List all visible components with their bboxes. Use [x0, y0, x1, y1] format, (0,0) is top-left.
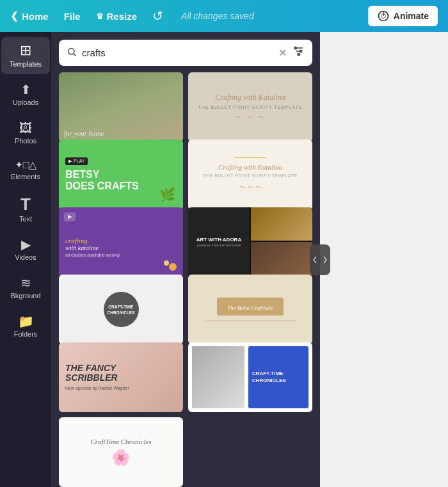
sidebar-templates-label: Templates	[10, 60, 42, 68]
animate-label: Animate	[394, 11, 429, 21]
bkground-icon: ≋	[20, 276, 31, 289]
search-filter-button[interactable]	[292, 45, 305, 61]
uploads-icon: ⬆	[20, 83, 31, 96]
svg-point-7	[294, 47, 296, 49]
folders-icon: 📁	[18, 315, 34, 328]
text-icon: T	[20, 196, 31, 212]
templates-icon: ⊞	[20, 44, 31, 58]
sidebar-item-elements[interactable]: ✦□△ Elements	[1, 154, 50, 187]
sidebar-item-folders[interactable]: 📁 Folders	[1, 308, 50, 344]
sidebar-photos-label: Photos	[15, 137, 36, 145]
svg-point-2	[68, 48, 74, 54]
svg-point-8	[300, 50, 302, 52]
sidebar-bkground-label: Bkground	[10, 292, 40, 299]
template-card-3[interactable]: ▶PLAY BETSYDOES CRAFTS 🌿	[59, 140, 183, 209]
sidebar-text-label: Text	[19, 215, 32, 223]
sidebar-uploads-label: Uploads	[13, 99, 38, 106]
search-icon	[67, 47, 77, 60]
videos-icon: ▶	[21, 238, 31, 251]
topbar: ❮ Home File ♛ Resize ↺ All changes saved…	[0, 0, 448, 32]
undo-button[interactable]: ↺	[152, 8, 163, 24]
topbar-right: Animate	[368, 6, 438, 26]
panel-expand-handle[interactable]	[320, 244, 330, 275]
sidebar-item-uploads[interactable]: ⬆ Uploads	[1, 77, 50, 113]
canvas-area	[320, 32, 448, 487]
template-card-9[interactable]: THE FANCYSCRIBBLER New episode by Rachel…	[59, 342, 183, 412]
resize-nav[interactable]: ♛ Resize	[96, 11, 138, 22]
elements-icon: ✦□△	[15, 160, 37, 170]
main-layout: ⊞ Templates ⬆ Uploads 🖼 Photos ✦□△ Eleme…	[0, 32, 448, 487]
sidebar: ⊞ Templates ⬆ Uploads 🖼 Photos ✦□△ Eleme…	[0, 32, 51, 487]
template-card-11[interactable]: CraftTime Chronicles 🌸	[59, 417, 183, 487]
panel-collapse-handle[interactable]	[310, 244, 320, 275]
template-card-6[interactable]: Art With Adora youtube channel template	[188, 207, 312, 277]
home-label: Home	[22, 11, 49, 22]
svg-line-3	[74, 54, 76, 56]
chevron-left-icon: ❮	[10, 10, 19, 22]
template-card-7[interactable]: CRAFT-TIMECHRONICLES	[59, 275, 183, 344]
saved-status: All changes saved	[181, 11, 254, 21]
resize-label: Resize	[107, 11, 138, 22]
file-nav[interactable]: File	[64, 11, 81, 22]
home-nav[interactable]: ❮ Home	[10, 10, 49, 22]
sidebar-elements-label: Elements	[11, 173, 40, 180]
file-label: File	[64, 11, 81, 22]
sidebar-folders-label: Folders	[14, 330, 38, 338]
template-grid: for your home Crafting with Katalina THE…	[51, 72, 320, 487]
sidebar-item-bkground[interactable]: ≋ Bkground	[1, 270, 50, 306]
search-bar: ✕	[59, 40, 312, 66]
sidebar-item-photos[interactable]: 🖼 Photos	[1, 115, 50, 151]
animate-icon	[377, 10, 390, 22]
animate-button[interactable]: Animate	[368, 6, 438, 26]
search-clear-button[interactable]: ✕	[278, 47, 287, 59]
photos-icon: 🖼	[19, 122, 32, 134]
sidebar-videos-label: Videos	[15, 253, 36, 261]
search-input[interactable]	[82, 47, 273, 58]
template-card-4[interactable]: Crafting with Katalina THE BULLET POINT …	[188, 140, 312, 209]
sidebar-item-templates[interactable]: ⊞ Templates	[1, 37, 50, 74]
sidebar-item-videos[interactable]: ▶ Videos	[1, 232, 50, 267]
crown-icon: ♛	[96, 12, 104, 21]
template-card-2[interactable]: Crafting with Katalina THE BULLET POINT …	[188, 72, 312, 142]
templates-panel: ✕ for your home	[51, 32, 320, 487]
template-card-8[interactable]: The Boho Crafthole	[188, 275, 312, 344]
svg-point-9	[298, 53, 300, 55]
template-card-1[interactable]: for your home	[59, 72, 183, 142]
template-card-5[interactable]: ▶ crafting with kataline all classes ava…	[59, 207, 183, 277]
template-card-10[interactable]: CRAFT-TIMECHRONICLES	[188, 342, 312, 412]
sidebar-item-text[interactable]: T Text	[1, 189, 50, 229]
